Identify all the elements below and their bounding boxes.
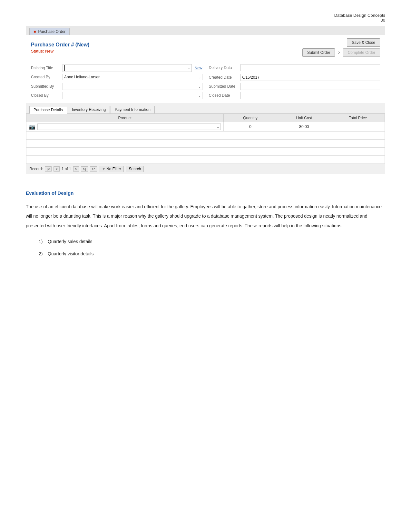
created-date-value: 6/15/2017	[242, 75, 259, 80]
complete-order-button: Complete Order	[343, 48, 380, 57]
empty-row-4	[26, 156, 385, 164]
tab-label: Purchase Order	[38, 29, 66, 34]
status-value: New	[45, 49, 54, 54]
table-header-row: Product Quantity Unit Cost Total Price	[26, 114, 385, 122]
purchase-order-tab[interactable]: ■ Purchase Order	[29, 28, 70, 35]
arrow-icon: >	[338, 50, 340, 55]
list-number: 2)	[39, 251, 43, 256]
submit-order-button[interactable]: Submit Order	[302, 48, 335, 57]
closed-date-label: Closed Date	[209, 93, 238, 98]
submitted-by-select[interactable]: ⌄	[63, 83, 202, 90]
record-info: 1 of 1	[62, 167, 71, 171]
closed-by-select[interactable]: ⌄	[63, 92, 202, 99]
list-item: 2) Quarterly visitor details	[39, 249, 385, 259]
created-by-select[interactable]: Anne Hellung-Larsen ⌄	[63, 74, 202, 80]
tab-payment-information[interactable]: Payment Information	[111, 106, 155, 113]
delivery-data-field-row: Delivery Data	[209, 64, 380, 72]
delivery-data-input[interactable]	[240, 64, 380, 71]
form-header: Purchase Order # (New) Status: New Save …	[26, 35, 385, 60]
nav-first-button[interactable]: |<	[45, 166, 52, 172]
page-number: 30	[0, 18, 385, 23]
quantity-cell[interactable]: 0	[223, 122, 277, 132]
nav-new-button[interactable]: >*	[90, 166, 97, 172]
nav-last-button[interactable]: >|	[81, 166, 88, 172]
painting-title-select[interactable]: ⌄	[63, 64, 192, 72]
no-filter-button[interactable]: ▼ No Filter	[99, 166, 124, 172]
closed-by-field-row: Closed By ⌄	[31, 92, 202, 99]
tab-inventory-receiving[interactable]: Inventory Receiving	[68, 106, 110, 113]
action-row: Submit Order > Complete Order	[302, 48, 380, 57]
empty-row-2	[26, 140, 385, 148]
created-by-value: Anne Hellung-Larsen	[64, 75, 101, 79]
empty-row-3	[26, 148, 385, 156]
closed-by-label: Closed By	[31, 93, 60, 98]
created-date-field-row: Created Date 6/15/2017	[209, 74, 380, 81]
product-table-wrapper: Product Quantity Unit Cost Total Price 📷	[26, 114, 385, 164]
evaluation-list: 1) Quarterly sales details 2) Quarterly …	[26, 237, 385, 259]
filter-icon: ▼	[102, 167, 105, 171]
col-quantity: Quantity	[223, 114, 277, 122]
form-fields: Painting Title ⌄ New Delivery Data	[26, 60, 385, 103]
painting-title-label: Painting Title	[31, 66, 60, 70]
add-record-icon[interactable]: 📷	[29, 124, 35, 130]
submitted-date-row: Submitted Date	[209, 83, 380, 90]
closed-by-row: Closed By ⌄	[31, 92, 202, 99]
painting-title-value	[64, 65, 66, 71]
record-navigation: Record: |< < 1 of 1 > >| >* ▼ No Filter …	[26, 164, 385, 174]
form-actions: Save & Close Submit Order > Complete Ord…	[302, 38, 380, 57]
evaluation-paragraph: The use of an efficient database will ma…	[26, 202, 385, 231]
submitted-by-chevron: ⌄	[198, 85, 201, 88]
delivery-data-row: Delivery Data	[209, 64, 380, 71]
list-item: 1) Quarterly sales details	[39, 237, 385, 246]
form-status: Status: New	[31, 49, 302, 54]
painting-title-row: Painting Title ⌄ New	[31, 64, 202, 72]
nav-next-button[interactable]: >	[73, 166, 79, 172]
painting-title-field-row: Painting Title ⌄ New	[31, 64, 202, 72]
document-title: Database Design Concepts	[0, 13, 385, 18]
nav-prev-button[interactable]: <	[54, 166, 59, 172]
created-by-row: Created By Anne Hellung-Larsen ⌄	[31, 74, 202, 80]
purchase-order-form: ■ Purchase Order Purchase Order # (New) …	[26, 26, 385, 174]
closed-date-field-row: Closed Date	[209, 92, 380, 99]
tab-purchase-details[interactable]: Purchase Details	[29, 106, 67, 114]
form-title: Purchase Order # (New)	[31, 42, 302, 48]
painting-title-chevron: ⌄	[188, 66, 190, 70]
detail-tabs: Purchase Details Inventory Receiving Pay…	[26, 103, 385, 114]
product-table: Product Quantity Unit Cost Total Price 📷	[26, 114, 385, 164]
status-label: Status:	[31, 49, 44, 54]
painting-title-new-link[interactable]: New	[194, 66, 202, 70]
created-by-label: Created By	[31, 75, 60, 79]
total-price-cell[interactable]	[331, 122, 385, 132]
page-header: Database Design Concepts 30	[0, 0, 411, 26]
submitted-date-field-row: Submitted Date	[209, 83, 380, 90]
record-label: Record:	[29, 167, 43, 171]
col-total-price: Total Price	[331, 114, 385, 122]
no-filter-label: No Filter	[106, 167, 121, 171]
tab-icon: ■	[34, 29, 36, 34]
list-text: Quarterly sales details	[48, 239, 93, 244]
unit-cost-cell[interactable]: $0.00	[277, 122, 331, 132]
submitted-date-input[interactable]	[240, 83, 380, 90]
product-chevron: ⌄	[217, 125, 219, 129]
unit-cost-value: $0.00	[299, 124, 309, 129]
closed-date-input[interactable]	[240, 92, 380, 99]
save-close-button[interactable]: Save & Close	[347, 38, 380, 47]
list-number: 1)	[39, 239, 43, 244]
col-product: Product	[26, 114, 224, 122]
delivery-data-label: Delivery Data	[209, 65, 238, 70]
created-date-label: Created Date	[209, 75, 238, 80]
search-button[interactable]: Search	[126, 166, 144, 172]
submitted-by-label: Submitted By	[31, 84, 60, 89]
col-unit-cost: Unit Cost	[277, 114, 331, 122]
created-by-field-row: Created By Anne Hellung-Larsen ⌄	[31, 74, 202, 81]
quantity-value: 0	[249, 124, 251, 129]
submitted-by-field-row: Submitted By ⌄	[31, 83, 202, 90]
created-by-chevron: ⌄	[198, 75, 201, 79]
product-cell: 📷 ⌄	[26, 122, 224, 132]
title-section: Purchase Order # (New) Status: New	[31, 42, 302, 54]
submitted-by-row: Submitted By ⌄	[31, 83, 202, 90]
created-date-input[interactable]: 6/15/2017	[240, 74, 380, 81]
submitted-date-label: Submitted Date	[209, 84, 238, 89]
created-date-row: Created Date 6/15/2017	[209, 74, 380, 81]
product-select[interactable]: ⌄	[37, 123, 221, 130]
